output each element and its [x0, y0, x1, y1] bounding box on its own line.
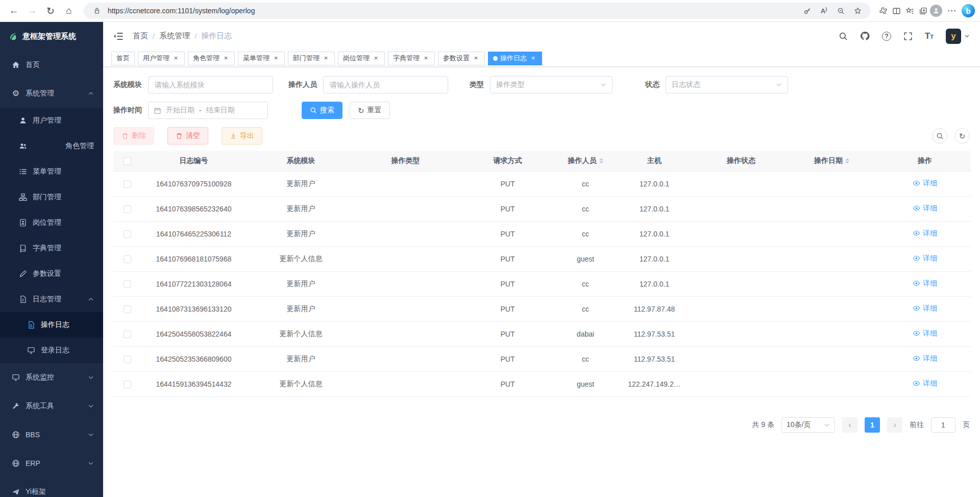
sidebar-item-post-mgmt[interactable]: 岗位管理 — [0, 210, 103, 235]
sidebar-item-login-log[interactable]: 登录日志 — [0, 338, 103, 363]
user-menu[interactable]: y — [946, 29, 970, 44]
split-screen-icon[interactable] — [890, 5, 902, 17]
browser-settings-more-icon[interactable]: ⋯ — [943, 2, 961, 19]
row-checkbox[interactable] — [124, 330, 131, 338]
detail-link[interactable]: 详细 — [913, 179, 937, 188]
table-row[interactable]: 1641076370975100928 更新用户 PUT cc 127.0.0.… — [113, 171, 971, 196]
header-search-icon[interactable] — [839, 32, 848, 41]
collections-icon[interactable] — [917, 5, 929, 17]
breadcrumb-system[interactable]: 系统管理 — [159, 31, 190, 41]
tab[interactable]: 首页 — [111, 52, 135, 65]
table-row[interactable]: 1641076398565232640 更新用户 PUT cc 127.0.0.… — [113, 196, 971, 221]
tab[interactable]: 岗位管理 × — [338, 52, 385, 65]
sidebar-item-log-mgmt[interactable]: 日志管理 — [0, 287, 103, 312]
sidebar-item-param-settings[interactable]: 参数设置 — [0, 261, 103, 287]
row-checkbox[interactable] — [124, 280, 131, 288]
detail-link[interactable]: 详细 — [913, 379, 937, 388]
zoom-out-icon[interactable] — [835, 5, 847, 17]
sidebar-item-bbs[interactable]: BBS — [0, 420, 103, 449]
sidebar-item-erp[interactable]: ERP — [0, 449, 103, 478]
module-filter-input[interactable] — [148, 76, 273, 93]
table-row[interactable]: 1644159136394514432 更新个人信息 PUT guest 122… — [113, 371, 971, 396]
tab-close-icon[interactable]: × — [222, 55, 230, 62]
browser-home-icon[interactable]: ⌂ — [60, 2, 78, 19]
row-checkbox[interactable] — [124, 381, 131, 388]
export-button[interactable]: 导出 — [222, 127, 262, 145]
table-row[interactable]: 1641076968181075968 更新个人信息 PUT guest 127… — [113, 246, 971, 271]
tab[interactable]: 字典管理 × — [388, 52, 435, 65]
bing-discover-icon[interactable]: b — [962, 4, 975, 17]
sidebar-item-system-tools[interactable]: 系统工具 — [0, 392, 103, 420]
font-size-icon[interactable]: TT — [925, 31, 934, 41]
sidebar-item-home[interactable]: 首页 — [0, 51, 103, 79]
tab-close-icon[interactable]: × — [272, 55, 280, 62]
profile-avatar-icon[interactable] — [930, 5, 942, 17]
tab[interactable]: 部门管理 × — [288, 52, 335, 65]
tab[interactable]: 用户管理 × — [138, 52, 185, 65]
row-checkbox[interactable] — [124, 230, 131, 238]
sidebar-item-role-mgmt[interactable]: 角色管理 — [0, 133, 103, 159]
next-page-button[interactable]: › — [887, 417, 902, 433]
table-row[interactable]: 1642505235366809600 更新用户 PUT cc 112.97.5… — [113, 346, 971, 371]
refresh-table-button[interactable]: ↻ — [954, 128, 970, 144]
detail-link[interactable]: 详细 — [913, 304, 937, 313]
sidebar-collapse-icon[interactable] — [113, 32, 124, 41]
sidebar-item-dict-mgmt[interactable]: 字典管理 — [0, 235, 103, 261]
favorites-bar-icon[interactable] — [903, 5, 916, 17]
goto-page-input[interactable] — [931, 417, 955, 433]
extensions-icon[interactable] — [877, 5, 889, 17]
select-all-checkbox[interactable] — [124, 157, 131, 165]
sidebar-item-menu-mgmt[interactable]: 菜单管理 — [0, 159, 103, 184]
row-checkbox[interactable] — [124, 305, 131, 313]
operator-filter-input[interactable] — [323, 76, 448, 93]
page-size-select[interactable]: 10条/页 — [781, 417, 835, 433]
date-range-picker[interactable]: 开始日期 - 结束日期 — [148, 102, 268, 119]
tab[interactable]: 角色管理 × — [188, 52, 235, 65]
tab-close-icon[interactable]: × — [529, 55, 537, 62]
sidebar-item-system[interactable]: ⚙ 系统管理 — [0, 79, 103, 108]
detail-link[interactable]: 详细 — [913, 279, 937, 288]
table-row[interactable]: 1641077221303128064 更新用户 PUT cc 127.0.0.… — [113, 271, 971, 296]
tab-close-icon[interactable]: × — [322, 55, 330, 62]
sidebar-item-dept-mgmt[interactable]: 部门管理 — [0, 184, 103, 210]
tab[interactable]: 菜单管理 × — [238, 52, 285, 65]
col-operator[interactable]: 操作人员 — [560, 151, 611, 171]
table-row[interactable]: 1641087313696133120 更新用户 PUT cc 112.97.8… — [113, 296, 971, 321]
row-checkbox[interactable] — [124, 180, 131, 188]
browser-forward-icon[interactable]: → — [23, 2, 41, 19]
detail-link[interactable]: 详细 — [913, 254, 937, 263]
type-filter-select[interactable]: 操作类型 — [490, 76, 612, 93]
tab-close-icon[interactable]: × — [172, 55, 180, 62]
table-row[interactable]: 1642504558053822464 更新个人信息 PUT dabai 112… — [113, 321, 971, 346]
read-aloud-icon[interactable]: A) — [818, 5, 830, 17]
status-filter-select[interactable]: 日志状态 — [666, 76, 788, 93]
reset-button[interactable]: ↻ 重置 — [350, 102, 390, 119]
sort-caret-icon[interactable] — [599, 156, 603, 165]
detail-link[interactable]: 详细 — [913, 204, 937, 213]
table-row[interactable]: 1641076465225306112 更新用户 PUT cc 127.0.0.… — [113, 221, 971, 246]
detail-link[interactable]: 详细 — [913, 329, 937, 338]
sidebar-item-yi-framework[interactable]: Yi框架 — [0, 478, 103, 497]
browser-back-icon[interactable]: ← — [5, 2, 22, 19]
col-date[interactable]: 操作日期 — [785, 151, 879, 171]
password-key-icon[interactable] — [801, 5, 813, 17]
user-avatar[interactable]: y — [946, 29, 961, 44]
help-question-icon[interactable]: ? — [882, 32, 891, 41]
row-checkbox[interactable] — [124, 356, 131, 363]
show-search-button[interactable] — [932, 128, 947, 144]
tab[interactable]: 操作日志 × — [488, 52, 542, 65]
current-page-button[interactable]: 1 — [865, 417, 880, 433]
delete-button[interactable]: 删除 — [113, 127, 154, 145]
tab-close-icon[interactable]: × — [472, 55, 480, 62]
address-bar[interactable]: https://ccnetcore.com:1101/system/log/op… — [84, 3, 871, 19]
tab-close-icon[interactable]: × — [372, 55, 380, 62]
prev-page-button[interactable]: ‹ — [842, 417, 857, 433]
detail-link[interactable]: 详细 — [913, 354, 937, 363]
clear-button[interactable]: 清空 — [167, 127, 208, 145]
detail-link[interactable]: 详细 — [913, 229, 937, 238]
github-icon[interactable] — [860, 31, 870, 41]
tab-close-icon[interactable]: × — [422, 55, 430, 62]
breadcrumb-home[interactable]: 首页 — [133, 31, 148, 41]
sidebar-item-user-mgmt[interactable]: 用户管理 — [0, 108, 103, 133]
search-button[interactable]: 搜索 — [302, 102, 342, 119]
